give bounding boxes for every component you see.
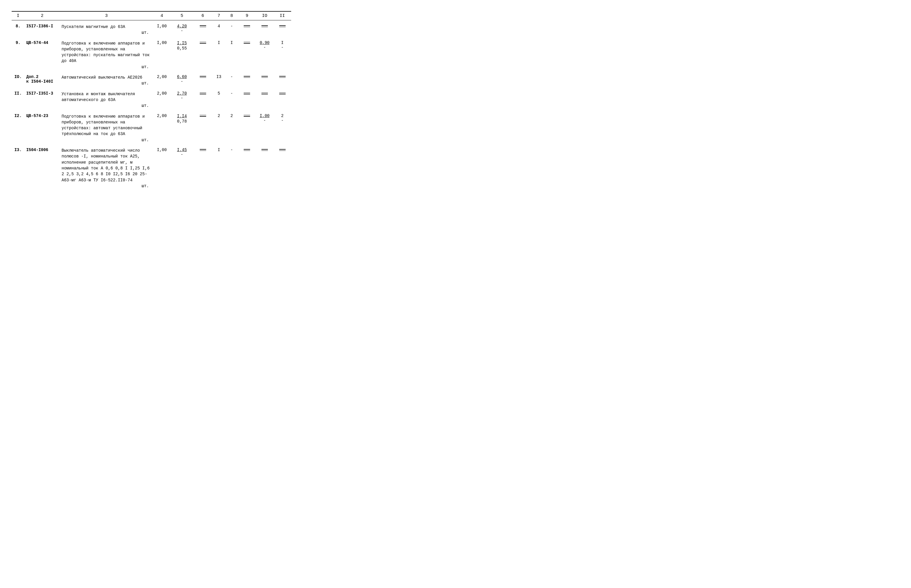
col11-value (273, 23, 291, 37)
underline-value: 2,70 (177, 91, 187, 96)
col6-value (193, 90, 212, 110)
quantity: 2,00 (153, 112, 171, 144)
row-number: 8. (12, 23, 24, 37)
item-description: Подготовка к включению аппаратов и прибо… (60, 39, 153, 71)
desc-text: Подготовка к включению аппаратов и прибо… (62, 41, 150, 63)
col9-value (238, 112, 256, 144)
desc-text: Пускатели магнитные до 63А (62, 24, 125, 29)
col-header-9: 9 (238, 11, 256, 20)
item-description: Установка и монтаж выключателя автоматич… (60, 90, 153, 110)
double-dash-symbol (262, 148, 268, 152)
col10-value (256, 146, 274, 190)
col11-value: I- (273, 39, 291, 71)
table-row: I2.ЦВ-574-23Подготовка к включению аппар… (12, 112, 291, 144)
col6-value (193, 146, 212, 190)
col10-bottom: - (263, 118, 266, 123)
double-dash-symbol (200, 148, 206, 152)
col-header-1: I (12, 11, 24, 20)
quantity: 2,00 (153, 73, 171, 87)
quantity: 2,00 (153, 90, 171, 110)
main-table: I 2 3 4 5 6 7 8 9 IO II 8.I5I7-I386-IПус… (12, 11, 291, 190)
double-dash-symbol (200, 92, 206, 95)
col7-value: 2 (213, 112, 225, 144)
table-row: 8.I5I7-I386-IПускатели магнитные до 63Аш… (12, 23, 291, 37)
col11-value (273, 90, 291, 110)
item-code: I5I7-I35I-3 (24, 90, 60, 110)
item-code: Доп.2 к I504-I40I (24, 73, 60, 87)
desc-text: Автоматический выключатель АЕ2026 (62, 75, 142, 80)
col10-value: 0,90- (256, 39, 274, 71)
equals-symbol (200, 114, 206, 118)
col-header-4: 4 (153, 11, 171, 20)
underline-value: I,45 (177, 148, 187, 152)
double-dash-symbol (279, 92, 286, 95)
col-header-8: 8 (225, 11, 238, 20)
double-dash-symbol (200, 24, 206, 28)
col8-value: - (225, 23, 238, 37)
col8-value: - (225, 90, 238, 110)
col5-value: I,I40,78 (171, 112, 193, 144)
table-row: I3.I504-I006Выключатель автоматический ч… (12, 146, 291, 190)
col11-value (273, 146, 291, 190)
col7-value: 4 (213, 23, 225, 37)
col9-value (238, 73, 256, 87)
col9-value (238, 39, 256, 71)
col-header-2: 2 (24, 11, 60, 20)
col7-value: I (213, 39, 225, 71)
underline-value: 4,20 (177, 24, 187, 29)
col7-value: 5 (213, 90, 225, 110)
item-description: Автоматический выключатель АЕ2026шт. (60, 73, 153, 87)
col11-text: I (281, 40, 283, 45)
col10-value (256, 23, 274, 37)
col5-value: 4,20- (171, 23, 193, 37)
row-number: II. (12, 90, 24, 110)
double-dash-symbol (279, 24, 286, 28)
equals-symbol (200, 41, 206, 45)
item-description: Выключатель автоматический число полюсов… (60, 146, 153, 190)
item-description: Подготовка к включению аппаратов и прибо… (60, 112, 153, 144)
col10-underline: 0,90 (260, 40, 270, 45)
col10-underline: I,00 (260, 113, 270, 118)
table-row: II.I5I7-I35I-3Установка и монтаж выключа… (12, 90, 291, 110)
unit-text: шт. (62, 30, 152, 36)
spacer-row (12, 71, 291, 73)
col5-value: I,I50,55 (171, 39, 193, 71)
quantity: I,00 (153, 146, 171, 190)
fraction-bottom-empty: - (181, 79, 183, 84)
col11-value (273, 73, 291, 87)
double-dash-symbol (200, 75, 206, 79)
col6-value (193, 112, 212, 144)
col6-value (193, 73, 212, 87)
double-dash-symbol (244, 148, 250, 152)
double-dash-symbol (244, 114, 250, 118)
double-dash-symbol (262, 24, 268, 28)
unit-text: шт. (62, 137, 152, 143)
spacer-row (12, 20, 291, 23)
col6-value (193, 23, 212, 37)
table-row: IO.Доп.2 к I504-I40IАвтоматический выклю… (12, 73, 291, 87)
col10-value (256, 73, 274, 87)
col11-text: 2 (281, 113, 283, 118)
unit-text: шт. (62, 183, 152, 189)
col9-value (238, 90, 256, 110)
item-code: ЦВ-574-44 (24, 39, 60, 71)
quantity: I,00 (153, 39, 171, 71)
underline-value: 6,60 (177, 74, 187, 79)
desc-text: Выключатель автоматический число полюсов… (62, 148, 150, 182)
double-dash-symbol (244, 24, 250, 28)
col9-value (238, 146, 256, 190)
col7-value: I (213, 146, 225, 190)
col-header-6: 6 (193, 11, 212, 20)
desc-text: Установка и монтаж выключателя автоматич… (62, 92, 135, 102)
table-row: 9.ЦВ-574-44Подготовка к включению аппара… (12, 39, 291, 71)
fraction-top: I,I4 (177, 113, 187, 119)
item-code: ЦВ-574-23 (24, 112, 60, 144)
row-number: I2. (12, 112, 24, 144)
col-header-7: 7 (213, 11, 225, 20)
col5-value: 6,60- (171, 73, 193, 87)
col8-value: I (225, 39, 238, 71)
item-code: I5I7-I386-I (24, 23, 60, 37)
fraction-value: I,I40,78 (177, 113, 187, 124)
col5-value: I,45- (171, 146, 193, 190)
col-header-10: IO (256, 11, 274, 20)
